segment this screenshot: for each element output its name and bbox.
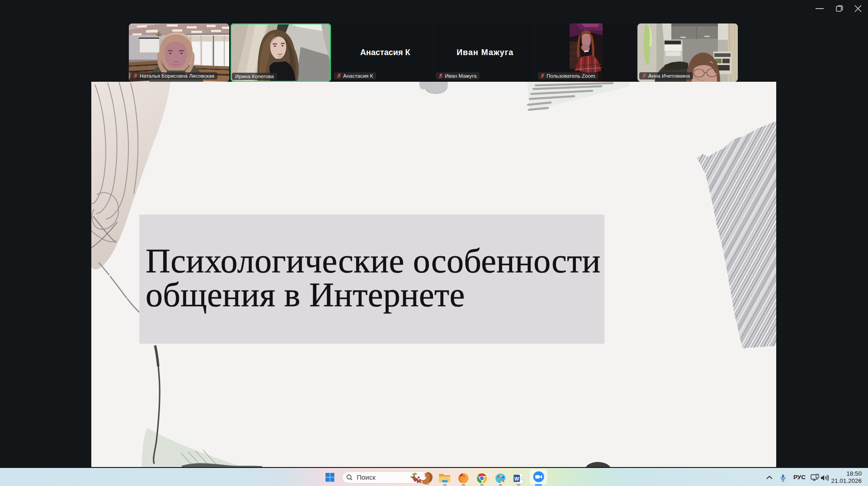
svg-text:W: W bbox=[514, 476, 519, 481]
